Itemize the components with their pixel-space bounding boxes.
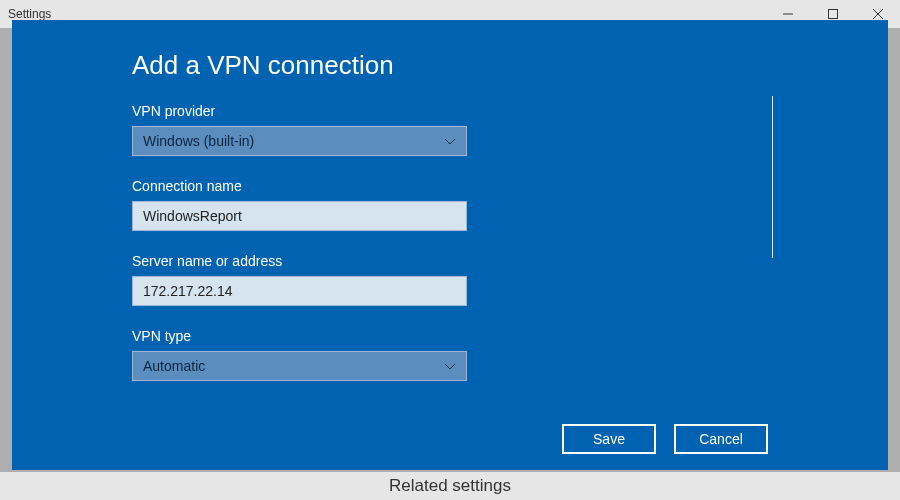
server-address-value: 172.217.22.14 xyxy=(143,283,233,299)
close-icon xyxy=(873,9,883,19)
vpn-type-field: VPN type Automatic xyxy=(132,328,768,381)
svg-rect-1 xyxy=(828,10,837,19)
vpn-type-select[interactable]: Automatic xyxy=(132,351,467,381)
chevron-down-icon xyxy=(444,358,456,374)
add-vpn-modal: Add a VPN connection VPN provider Window… xyxy=(12,20,888,470)
vpn-provider-field: VPN provider Windows (built-in) xyxy=(132,103,768,156)
server-address-label: Server name or address xyxy=(132,253,768,269)
connection-name-label: Connection name xyxy=(132,178,768,194)
save-button-label: Save xyxy=(593,431,625,447)
connection-name-input[interactable]: WindowsReport xyxy=(132,201,467,231)
modal-buttons: Save Cancel xyxy=(562,424,768,454)
connection-name-field: Connection name WindowsReport xyxy=(132,178,768,231)
server-address-field: Server name or address 172.217.22.14 xyxy=(132,253,768,306)
vpn-provider-value: Windows (built-in) xyxy=(143,133,254,149)
connection-name-value: WindowsReport xyxy=(143,208,242,224)
vpn-form: VPN provider Windows (built-in) Connecti… xyxy=(132,103,768,452)
vpn-provider-select[interactable]: Windows (built-in) xyxy=(132,126,467,156)
modal-title: Add a VPN connection xyxy=(132,50,768,81)
background-content: Related settings xyxy=(0,472,900,500)
vpn-type-label: VPN type xyxy=(132,328,768,344)
cancel-button[interactable]: Cancel xyxy=(674,424,768,454)
cancel-button-label: Cancel xyxy=(699,431,743,447)
server-address-input[interactable]: 172.217.22.14 xyxy=(132,276,467,306)
minimize-icon xyxy=(783,9,793,19)
vpn-provider-label: VPN provider xyxy=(132,103,768,119)
window-title: Settings xyxy=(8,7,51,21)
chevron-down-icon xyxy=(444,133,456,149)
vpn-type-value: Automatic xyxy=(143,358,205,374)
save-button[interactable]: Save xyxy=(562,424,656,454)
scroll-indicator[interactable] xyxy=(772,96,773,258)
settings-window: Settings Related settings Add a VPN conn… xyxy=(0,0,900,500)
maximize-icon xyxy=(828,9,838,19)
related-settings-heading: Related settings xyxy=(389,476,511,496)
